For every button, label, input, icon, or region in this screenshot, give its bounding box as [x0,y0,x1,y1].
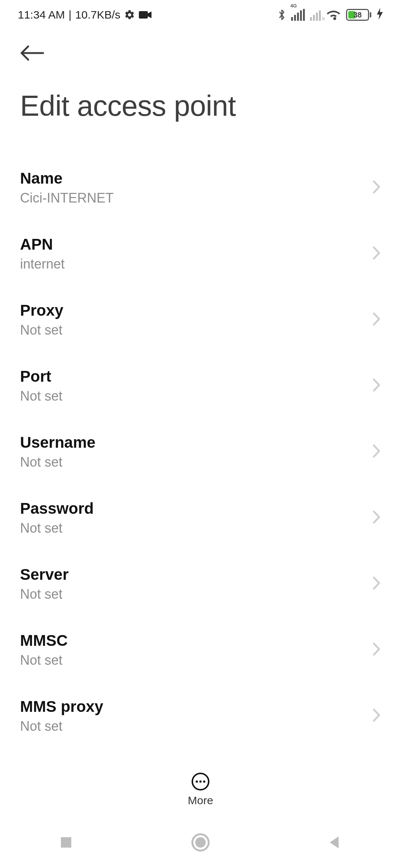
back-button[interactable] [20,45,381,62]
bluetooth-icon [278,9,286,21]
battery-percentage: 38 [353,11,362,19]
settings-list: Name Cici-INTERNET APN internet Proxy No… [0,138,401,749]
setting-apn[interactable]: APN internet [0,221,401,287]
setting-value: internet [20,256,372,272]
setting-server[interactable]: Server Not set [0,551,401,617]
svg-point-3 [199,780,202,783]
status-speed: 10.7KB/s [75,9,121,21]
setting-label: MMS proxy [20,698,372,716]
more-button[interactable] [191,772,210,791]
setting-label: Name [20,170,372,187]
nav-back-button[interactable] [327,835,342,850]
charging-icon [376,8,383,22]
setting-password[interactable]: Password Not set [0,485,401,551]
more-label: More [188,794,213,807]
status-left: 11:34 AM | 10.7KB/s [18,9,151,21]
setting-proxy[interactable]: Proxy Not set [0,287,401,353]
setting-mms-proxy[interactable]: MMS proxy Not set [0,683,401,749]
setting-value: Not set [20,322,372,338]
chevron-right-icon [372,642,381,658]
setting-value: Not set [20,586,372,602]
chevron-right-icon [372,180,381,196]
chevron-right-icon [372,444,381,460]
setting-value: Not set [20,719,372,734]
setting-value: Not set [20,520,372,536]
setting-label: Password [20,500,372,517]
chevron-right-icon [372,312,381,328]
svg-rect-5 [61,837,71,848]
toolbar: More [0,761,401,817]
svg-point-7 [195,837,206,848]
setting-value: Cici-INTERNET [20,190,372,206]
chevron-right-icon [372,510,381,526]
chevron-right-icon [372,708,381,724]
svg-point-2 [196,780,198,783]
status-right: 4G ✕ 38 [278,8,383,22]
status-bar: 11:34 AM | 10.7KB/s 4G ✕ [0,0,401,30]
chevron-right-icon [372,378,381,394]
setting-value: Not set [20,388,372,404]
page-title: Edit access point [0,69,401,138]
setting-username[interactable]: Username Not set [0,419,401,485]
setting-mmsc[interactable]: MMSC Not set [0,617,401,683]
camera-icon [139,10,151,19]
header [0,30,401,69]
setting-label: Port [20,368,372,385]
status-separator: | [69,9,72,21]
setting-name[interactable]: Name Cici-INTERNET [0,155,401,221]
wifi-icon [326,9,341,21]
signal-sim2-icon: ✕ [310,9,321,21]
chevron-right-icon [372,246,381,262]
svg-rect-0 [139,11,148,19]
setting-label: MMSC [20,632,372,650]
nav-recent-button[interactable] [59,835,74,850]
nav-home-button[interactable] [191,833,210,852]
setting-label: Proxy [20,302,372,319]
setting-label: Server [20,566,372,583]
gear-icon [124,9,135,20]
status-time: 11:34 AM [18,9,65,21]
setting-value: Not set [20,652,372,668]
setting-value: Not set [20,454,372,470]
setting-label: Username [20,434,372,451]
signal-sim1-icon: 4G [291,9,305,21]
setting-port[interactable]: Port Not set [0,353,401,419]
svg-point-4 [203,780,205,783]
network-4g-label: 4G [290,3,297,9]
setting-label: APN [20,236,372,253]
chevron-right-icon [372,576,381,592]
navigation-bar [0,817,401,868]
battery-icon: 38 [346,9,371,21]
no-sim-icon: ✕ [321,16,326,22]
